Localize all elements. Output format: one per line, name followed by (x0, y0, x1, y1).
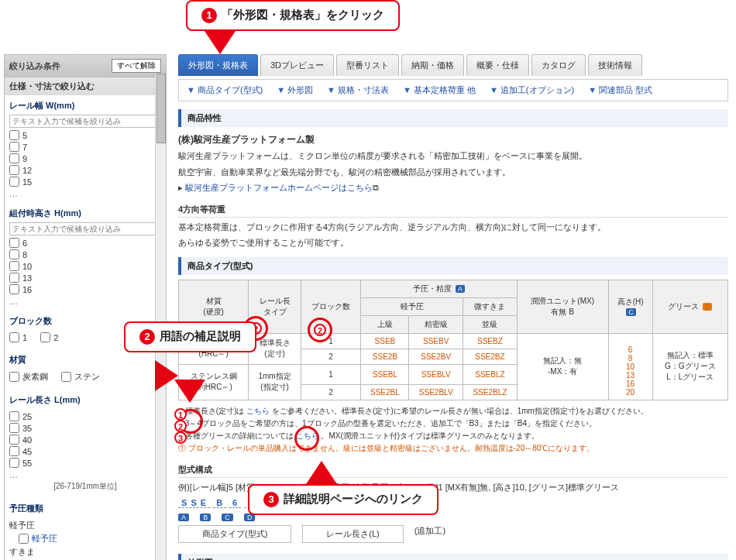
callout-1-text: 「外形図・規格表」をクリック (222, 8, 384, 21)
desc-line-1: 駿河生産プラットフォームは、ミクロン単位の精度が要求される「精密加工技術」をベー… (178, 149, 728, 163)
chk-railw-9[interactable] (9, 153, 19, 163)
anchor-outline[interactable]: ▼外形図 (277, 84, 313, 96)
tab-tech-info[interactable]: 技術情報 (588, 54, 642, 76)
anchor-load[interactable]: ▼基本定格荷重 他 (403, 84, 476, 96)
callout-1-num: 1 (201, 8, 217, 23)
anchor-nav: ▼商品タイプ(型式) ▼外形図 ▼規格・寸法表 ▼基本定格荷重 他 ▼追加工(オ… (178, 79, 728, 101)
arrow-1-down (205, 31, 236, 54)
height-h-list: 6 8 10 13 16 (9, 235, 161, 297)
chk-railw-15[interactable] (9, 177, 19, 187)
sidebar-subhead: 仕様・寸法で絞り込む (5, 77, 166, 95)
chk-l-55[interactable] (9, 458, 19, 468)
rail-w-list: 5 7 9 12 15 (9, 128, 161, 189)
tab-overview[interactable]: 概要・仕様 (466, 54, 529, 76)
sidebar-title: 絞り込み条件 (9, 60, 60, 72)
section-outline: 外形図 (178, 554, 728, 560)
chk-h-10[interactable] (9, 261, 19, 271)
anchor-ptype[interactable]: ▼商品タイプ(型式) (187, 84, 263, 96)
note-link-1[interactable]: こちら (246, 407, 270, 415)
tab-spec-table[interactable]: 外形図・規格表 (178, 54, 258, 76)
compo-head: 型式構成 (178, 464, 728, 478)
chk-h-6[interactable] (9, 238, 19, 248)
tab-catalog[interactable]: カタログ (531, 54, 586, 76)
section-ptype: 商品タイプ(型式) (178, 257, 728, 275)
chk-blk-1[interactable] (9, 332, 19, 342)
tab-type-list[interactable]: 型番リスト (336, 54, 399, 76)
th-sub-up: 上級 (361, 315, 409, 333)
badge-c: C (626, 308, 636, 316)
chk-h-16[interactable] (9, 284, 19, 294)
desc-line-2: 航空宇宙、自動車業界など最先端分野でも、駿河の精密機械部品が採用されています。 (178, 166, 728, 179)
tri-icon: ▼ (327, 85, 335, 94)
compo-badge-c: C (222, 514, 233, 521)
home-link-line: ▸ 駿河生産プラットフォームホームページはこちら⧉ (178, 181, 728, 194)
compo-seg-3: 6 (229, 498, 241, 508)
chk-l-40[interactable] (9, 435, 19, 445)
callout-3: 3詳細説明ページへのリンク (248, 484, 439, 515)
callout-2-text: 用語の補足説明 (160, 329, 241, 342)
anchor-option[interactable]: ▼追加工(オプション) (490, 84, 574, 96)
th-slight: 微すきま (463, 297, 518, 315)
td-grease: 無記入：標準G：GグリースL：Lグリース (652, 333, 727, 400)
tri-icon: ▼ (403, 85, 411, 94)
group-rail-w: レール幅 W(mm)▲ (5, 95, 166, 113)
td-mx: 無記入：無-MX：有 (517, 333, 608, 400)
more-icon: … (9, 297, 161, 306)
chk-railw-7[interactable] (9, 142, 19, 152)
callout-3-text: 詳細説明ページへのリンク (284, 492, 423, 505)
th-height: 高さ(H)C (608, 280, 652, 333)
th-grease: グリース D (652, 280, 727, 333)
sidebar-scrollbar[interactable] (155, 74, 166, 560)
mark-2b: 2 (314, 324, 326, 336)
tri-icon: ▼ (490, 85, 498, 94)
tri-icon: ▼ (277, 85, 285, 94)
tab-3d-preview[interactable]: 3Dプレビュー (260, 54, 334, 76)
compo-seg-2: B (213, 498, 226, 508)
chk-h-8[interactable] (9, 249, 19, 259)
chk-mat-carbon[interactable] (9, 372, 19, 382)
chk-railw-5[interactable] (9, 130, 19, 140)
rail-l-box: 25 35 40 45 55 … [26-719/1mm単位] (5, 407, 166, 498)
group-rail-l: レール長さ L(mm) (5, 390, 166, 407)
compo-field-1[interactable]: 商品タイプ(型式) (178, 525, 291, 543)
chk-l-45[interactable] (9, 446, 19, 456)
arrow-2b (174, 380, 205, 403)
badge-a: A (456, 285, 465, 293)
tab-price[interactable]: 納期・価格 (401, 54, 464, 76)
chk-h-13[interactable] (9, 273, 19, 283)
chk-mat-sus[interactable] (61, 372, 71, 382)
more-icon: … (9, 189, 161, 198)
compo-badge-b: B (200, 514, 211, 521)
th-preload: 予圧・精度 A (361, 280, 517, 297)
tri-icon: ▼ (588, 85, 597, 94)
height-h-input[interactable] (9, 222, 161, 235)
clear-all-button[interactable]: すべて解除 (112, 59, 161, 73)
note-ex: ① ブロック・レールの単品購入はできません。級には並級と精密級はございません。耐… (178, 442, 728, 455)
note-block: ● 標準長さ(定寸)は こちら をご参考ください。標準長さ(定寸)に希望のレール… (178, 405, 728, 455)
rail-w-input[interactable] (9, 115, 161, 128)
sidebar-header: 絞り込み条件 すべて解除 (5, 55, 166, 77)
compo-badge-a: A (178, 514, 189, 521)
preload-box: 軽予圧 軽予圧 すきま 微すきま (5, 516, 166, 560)
chk-pre-light[interactable] (19, 534, 29, 544)
anchor-dimension[interactable]: ▼規格・寸法表 (327, 84, 389, 96)
chk-blk-2[interactable] (40, 332, 50, 342)
scrollbar-thumb[interactable] (156, 74, 166, 143)
chk-l-35[interactable] (9, 423, 19, 433)
tab-bar: 外形図・規格表 3Dプレビュー 型番リスト 納期・価格 概要・仕様 カタログ 技… (178, 54, 728, 76)
th-light: 軽予圧 (361, 297, 463, 315)
compo-fields: 商品タイプ(型式) レール長さ(L) (追加工) (178, 525, 728, 543)
chk-railw-12[interactable] (9, 165, 19, 175)
rail-l-range: [26-719/1mm単位] (9, 479, 161, 493)
four-dir-head: 4方向等荷重 (178, 204, 728, 218)
th-sub-prec: 精密級 (409, 315, 463, 333)
homepage-link[interactable]: 駿河生産プラットフォームホームページはこちら (185, 183, 373, 192)
compo-field-2[interactable]: レール長さ(L) (302, 525, 403, 543)
circle-3 (294, 426, 319, 451)
more-icon: … (9, 470, 161, 479)
four-dir-desc1: 基本定格荷重は、ブロックに作用する4方向(ラジアル方向、逆ラジアル方向、横方向)… (178, 221, 728, 234)
anchor-related[interactable]: ▼関連部品 型式 (588, 84, 652, 96)
chk-l-25[interactable] (9, 411, 19, 421)
compo-seg-1: S S E (178, 498, 210, 508)
arrow  arrow-3-up (306, 461, 337, 484)
